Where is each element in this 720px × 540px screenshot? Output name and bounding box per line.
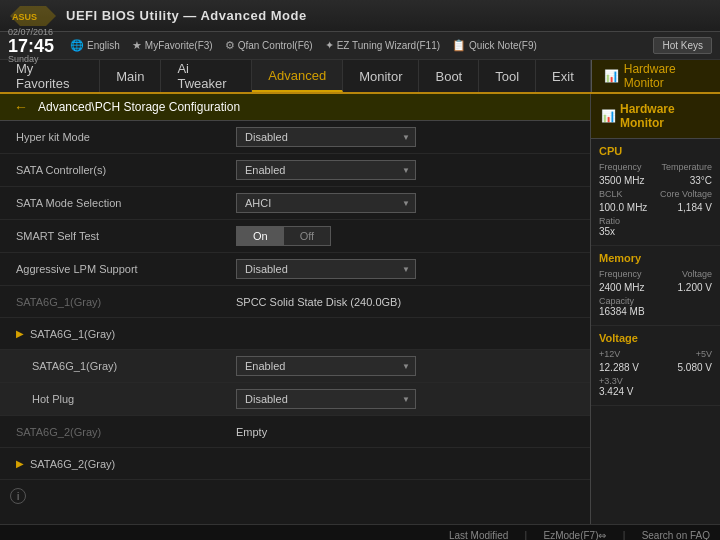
nav-monitor[interactable]: Monitor [343,60,419,92]
qfan-label: Qfan Control(F6) [238,40,313,51]
hyper-kit-select-wrapper[interactable]: Disabled Enabled [236,127,416,147]
sata6g1-info-value: SPCC Solid State Disk (240.0GB) [236,296,574,308]
sata6g2-info-label: SATA6G_2(Gray) [16,426,236,438]
hw-cpu-bclk-row: BCLK Core Voltage [599,189,712,199]
hw-volt-12-row: +12V +5V [599,349,712,359]
nav-boot-label: Boot [435,69,462,84]
sata-controllers-control[interactable]: Enabled Disabled [236,160,574,180]
nav-advanced[interactable]: Advanced [252,60,343,92]
setting-sata6g1-enabled: SATA6G_1(Gray) Enabled Disabled [0,350,590,383]
setting-sata-mode: SATA Mode Selection AHCI IDE RAID [0,187,590,220]
smart-off-btn[interactable]: Off [284,227,330,245]
nav-advanced-label: Advanced [268,68,326,83]
language-selector[interactable]: 🌐 English [70,39,120,52]
sata6g1-enabled-select-wrapper[interactable]: Enabled Disabled [236,356,416,376]
nav-boot[interactable]: Boot [419,60,479,92]
setting-sata-controllers: SATA Controller(s) Enabled Disabled [0,154,590,187]
svg-text:ASUS: ASUS [12,12,37,22]
sata6g1-info-label: SATA6G_1(Gray) [16,296,236,308]
nav-bar: My Favorites Main Ai Tweaker Advanced Mo… [0,60,720,94]
hw-monitor-header: 📊 Hardware Monitor [591,94,720,139]
sata6g1-expand-label: SATA6G_1(Gray) [30,328,250,340]
smart-toggle[interactable]: On Off [236,226,331,246]
sata-controllers-select-wrapper[interactable]: Enabled Disabled [236,160,416,180]
smart-self-test-control[interactable]: On Off [236,226,574,246]
setting-sata6g2-expand[interactable]: ▶ SATA6G_2(Gray) [0,448,590,480]
search-faq-btn[interactable]: Search on FAQ [642,530,710,540]
setting-sata6g1-expand[interactable]: ▶ SATA6G_1(Gray) [0,318,590,350]
nav-main-label: Main [116,69,144,84]
hw-voltage-section: Voltage +12V +5V 12.288 V 5.080 V +3.3V … [591,326,720,406]
back-button[interactable]: ← [10,99,32,115]
hw-mem-cap-label: Capacity [599,296,712,306]
hw-mem-volt-label: Voltage [682,269,712,279]
info-bar: 02/07/2016 17:45 Sunday 🌐 English ★ MyFa… [0,32,720,60]
smart-on-btn[interactable]: On [237,227,284,245]
sata-mode-select[interactable]: AHCI IDE RAID [236,193,416,213]
hw-volt-12-val-row: 12.288 V 5.080 V [599,362,712,373]
hyper-kit-select[interactable]: Disabled Enabled [236,127,416,147]
settings-list: Hyper kit Mode Disabled Enabled SATA Con… [0,121,590,480]
smart-self-test-label: SMART Self Test [16,230,236,242]
setting-hot-plug: Hot Plug Disabled Enabled [0,383,590,416]
fan-icon: ⚙ [225,39,235,52]
expand-arrow2-icon: ▶ [16,458,24,469]
ez-tuning-btn[interactable]: ✦ EZ Tuning Wizard(F11) [325,39,440,52]
hotkeys-button[interactable]: Hot Keys [653,37,712,54]
sata-controllers-select[interactable]: Enabled Disabled [236,160,416,180]
hot-plug-select[interactable]: Disabled Enabled [236,389,416,409]
info-button[interactable]: i [10,488,26,504]
nav-tool[interactable]: Tool [479,60,536,92]
globe-icon: 🌐 [70,39,84,52]
hyper-kit-control[interactable]: Disabled Enabled [236,127,574,147]
hw-cpu-bclk-value: 100.0 MHz [599,202,647,213]
app-title: UEFI BIOS Utility — Advanced Mode [66,8,307,23]
hw-monitor-tab[interactable]: 📊 Hardware Monitor [591,60,720,92]
hw-plus5v-value: 5.080 V [678,362,712,373]
quick-note-btn[interactable]: 📋 Quick Note(F9) [452,39,537,52]
hw-cpu-bclk-val-row: 100.0 MHz 1,184 V [599,202,712,213]
nav-exit[interactable]: Exit [536,60,591,92]
setting-smart-self-test: SMART Self Test On Off [0,220,590,253]
hw-voltage-title: Voltage [599,332,712,344]
hw-cpu-corev-label: Core Voltage [660,189,712,199]
qfan-btn[interactable]: ⚙ Qfan Control(F6) [225,39,313,52]
last-modified-btn[interactable]: Last Modified [449,530,508,540]
hyper-kit-label: Hyper kit Mode [16,131,236,143]
aggressive-lpm-select[interactable]: Disabled Enabled [236,259,416,279]
aggressive-lpm-label: Aggressive LPM Support [16,263,236,275]
hw-cpu-temp-label: Temperature [661,162,712,172]
title-bar: ASUS UEFI BIOS Utility — Advanced Mode [0,0,720,32]
my-favorite-btn[interactable]: ★ MyFavorite(F3) [132,39,213,52]
aggressive-lpm-select-wrapper[interactable]: Disabled Enabled [236,259,416,279]
ez-mode-btn[interactable]: EzMode(F7)⇔ [543,530,606,540]
setting-sata6g2-info: SATA6G_2(Gray) Empty [0,416,590,448]
hot-plug-control[interactable]: Disabled Enabled [236,389,574,409]
quick-note-label: Quick Note(F9) [469,40,537,51]
sata6g1-enabled-control[interactable]: Enabled Disabled [236,356,574,376]
config-panel: ← Advanced\PCH Storage Configuration Hyp… [0,94,590,524]
asus-logo: ASUS [8,4,58,28]
nav-tool-label: Tool [495,69,519,84]
nav-monitor-label: Monitor [359,69,402,84]
sata-controllers-label: SATA Controller(s) [16,164,236,176]
hw-monitor-title: Hardware Monitor [620,102,710,130]
nav-my-favorites[interactable]: My Favorites [0,60,100,92]
setting-sata6g1-info: SATA6G_1(Gray) SPCC Solid State Disk (24… [0,286,590,318]
nav-ai-tweaker[interactable]: Ai Tweaker [161,60,252,92]
sata-mode-control[interactable]: AHCI IDE RAID [236,193,574,213]
my-favorite-label: MyFavorite(F3) [145,40,213,51]
aggressive-lpm-control[interactable]: Disabled Enabled [236,259,574,279]
ez-tuning-label: EZ Tuning Wizard(F11) [337,40,440,51]
sata-mode-select-wrapper[interactable]: AHCI IDE RAID [236,193,416,213]
sata6g1-enabled-select[interactable]: Enabled Disabled [236,356,416,376]
hot-plug-select-wrapper[interactable]: Disabled Enabled [236,389,416,409]
hw-cpu-freq-val-row: 3500 MHz 33°C [599,175,712,186]
sata6g1-enabled-label: SATA6G_1(Gray) [16,360,236,372]
hw-plus33v-label: +3.3V [599,376,712,386]
hw-cpu-freq-row: Frequency Temperature [599,162,712,172]
breadcrumb-text: Advanced\PCH Storage Configuration [38,100,240,114]
hw-cpu-section: CPU Frequency Temperature 3500 MHz 33°C … [591,139,720,246]
nav-exit-label: Exit [552,69,574,84]
nav-main[interactable]: Main [100,60,161,92]
